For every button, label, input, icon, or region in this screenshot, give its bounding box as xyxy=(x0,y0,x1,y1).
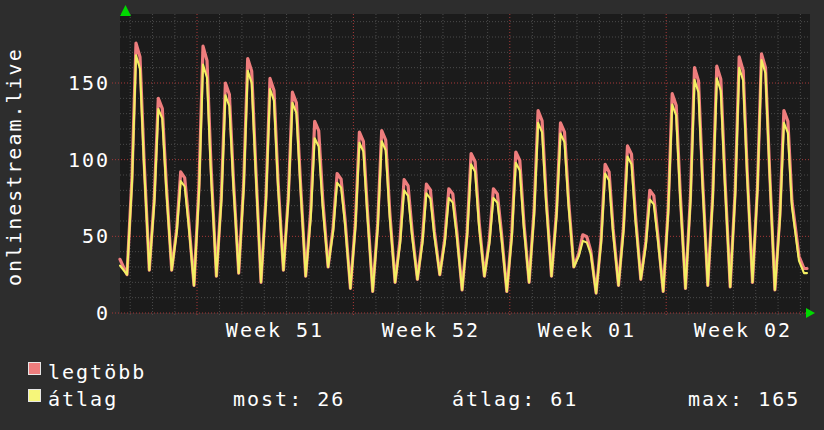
legend-label-atlag: átlag xyxy=(48,387,118,411)
rrd-graph-page: { "title": "onlinestream.live", "y_axis_… xyxy=(0,0,824,430)
x-tick-label-week-51: Week 51 xyxy=(190,318,360,342)
x-axis-arrow-icon xyxy=(806,308,815,318)
legend-label-legtobb: legtöbb xyxy=(48,360,146,384)
chart-canvas xyxy=(105,4,820,324)
y-axis-arrow-icon xyxy=(120,5,131,16)
y-tick-label-0: 0 xyxy=(38,302,110,324)
legend-swatch-legtobb-icon xyxy=(28,362,41,375)
y-tick-label-150: 150 xyxy=(38,72,110,94)
x-tick-label-week-52: Week 52 xyxy=(346,318,516,342)
stat-most: most: 26 xyxy=(233,387,345,411)
x-tick-label-week-02: Week 02 xyxy=(658,318,824,342)
y-tick-label-50: 50 xyxy=(38,225,110,247)
legend-swatch-atlag-icon xyxy=(28,389,41,402)
stat-atlag: átlag: 61 xyxy=(452,387,578,411)
x-tick-label-week-01: Week 01 xyxy=(502,318,672,342)
graph-title-vertical: onlinestream.live xyxy=(2,47,26,286)
stat-max: max: 165 xyxy=(688,387,800,411)
y-tick-label-100: 100 xyxy=(38,149,110,171)
